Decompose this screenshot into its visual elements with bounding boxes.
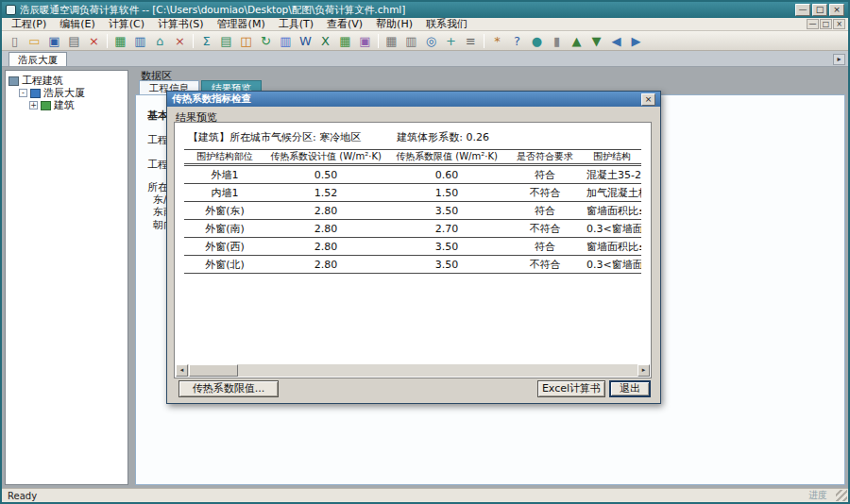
new-file-icon[interactable]: ▯ [5,32,25,50]
help-icon[interactable]: ? [507,32,527,50]
tab-scroll-right-icon[interactable]: ▸ [833,54,845,65]
project-tree-panel: 工程建筑-浩辰大厦+建筑 [5,70,128,485]
project-icon [8,76,19,86]
close-icon[interactable]: × [829,4,844,16]
refresh-icon[interactable]: ↻ [256,32,276,50]
table-cell: 符合 [507,240,583,254]
table-row[interactable]: 内墙11.521.50不符合加气混凝土板(00 [184,184,641,202]
excel-report-icon[interactable]: X [315,32,335,50]
columns-icon[interactable]: ▥ [401,32,421,50]
table-row[interactable]: 外墙10.500.60符合混凝土35-240-4 [184,166,641,184]
table-cell: 2.80 [265,205,386,217]
expand-toggle-icon[interactable]: - [19,89,27,97]
table-cell: 外墙1 [184,168,265,182]
grid-icon[interactable]: ▦ [382,32,401,50]
exit-button[interactable]: 退出 [609,380,651,397]
down-arrow-icon[interactable]: ▼ [586,32,606,50]
document-tab[interactable]: 浩辰大厦 [8,52,67,66]
calc-book-icon[interactable]: ▤ [216,32,236,50]
up-arrow-icon[interactable]: ▲ [567,32,586,50]
scrollbar-thumb[interactable] [189,364,238,377]
delete-icon[interactable]: × [84,32,104,50]
zoom-icon[interactable]: ◎ [421,32,441,50]
child-close-icon[interactable]: × [833,19,845,29]
table-cell: 不符合 [507,186,583,200]
table-cell: 1.50 [386,187,507,199]
project-manager-icon[interactable]: ▦ [110,32,130,50]
print-icon[interactable]: ▤ [64,32,84,50]
table-row[interactable]: 外窗(南)2.802.70不符合0.3<窗墙面积比 [184,220,641,238]
maximize-icon[interactable]: □ [812,4,827,16]
table-row[interactable]: 外窗(北)2.803.50不符合0.3<窗墙面积比 [184,256,641,274]
table-cell: 3.50 [386,259,507,271]
toolbar: ▯▭▣▤×▦▥⌂×Σ▤◫↻▥WX▦▣▦▥◎+≡*?●▮▲▼◀▶ [2,31,848,51]
table-cell: 窗墙面积比≤0.2 [583,204,641,218]
open-folder-icon[interactable]: ▭ [25,32,44,50]
save-icon[interactable]: ▣ [44,32,64,50]
col-header-2: 传热系数设计值 (W/m²·K) [265,150,386,163]
table-row[interactable]: 外窗(东)2.803.50符合窗墙面积比≤0.2 [184,202,641,220]
resize-grip-icon[interactable] [836,490,847,501]
scroll-left-icon[interactable]: ◂ [176,364,188,377]
menu-item-7[interactable]: 查看(V) [320,18,369,31]
table-cell: 2.80 [265,241,386,253]
dialog-close-icon[interactable]: × [641,93,655,106]
dialog-title-bar[interactable]: 传热系数指标检查 × [167,92,660,107]
col-header-3: 传热系数限值 (W/m²·K) [386,150,507,163]
table-cell: 0.50 [265,169,386,181]
table-cell: 1.52 [265,187,386,199]
project-tree: 工程建筑-浩辰大厦+建筑 [6,71,128,115]
tree-node-label: 建筑 [54,98,75,112]
menu-item-6[interactable]: 工具(T) [272,18,320,31]
table-icon[interactable]: ▦ [335,32,355,50]
right-arrow-icon[interactable]: ▶ [626,32,646,50]
col-header-5: 围护结构 [583,150,641,163]
dialog-title: 传热系数指标检查 [172,92,251,106]
toolbar-separator [484,34,484,48]
result-table: 围护结构部位传热系数设计值 (W/m²·K)传热系数限值 (W/m²·K)是否符… [184,149,641,274]
result-table-box: 【建筑】所在城市气候分区: 寒冷地区 建筑体形系数: 0.26 围护结构部位传热… [174,122,652,378]
expand-toggle-icon[interactable]: + [29,101,38,109]
menu-item-8[interactable]: 帮助(H) [369,18,419,31]
chart-icon[interactable]: ▥ [276,32,296,50]
child-restore-icon[interactable]: □ [820,19,832,29]
table-row[interactable]: 外窗(西)2.803.50符合窗墙面积比≤0.2 [184,238,641,256]
menu-item-9[interactable]: 联系我们 [419,18,474,31]
left-arrow-icon[interactable]: ◀ [606,32,626,50]
horizontal-scrollbar[interactable]: ◂ ▸ [176,364,650,377]
minimize-icon[interactable]: — [795,4,810,16]
child-minimize-icon[interactable]: — [807,19,819,29]
toolbar-separator [193,34,194,48]
delete-item-icon[interactable]: × [170,32,190,50]
menu-item-1[interactable]: 工程(P) [5,18,53,31]
table-cell: 外窗(南) [184,222,265,236]
block-icon [41,101,51,110]
table-cell: 不符合 [507,222,583,236]
toolbar-separator [378,34,379,48]
room-manager-icon[interactable]: ⌂ [150,32,170,50]
menu-item-3[interactable]: 计算(C) [102,18,151,31]
table-cell: 外窗(北) [184,258,265,272]
table-cell: 内墙1 [184,186,265,200]
tree-node-2[interactable]: +建筑 [8,99,125,111]
layers-icon[interactable]: ≡ [461,32,481,50]
table-cell: 外窗(西) [184,240,265,254]
limit-values-button[interactable]: 传热系数限值... [178,380,279,397]
pan-icon[interactable]: + [441,32,461,50]
image-icon[interactable]: ▣ [355,32,375,50]
toolbar-separator [107,34,108,48]
menu-item-5[interactable]: 管理器(M) [211,18,272,31]
menu-item-2[interactable]: 编辑(E) [53,18,102,31]
word-report-icon[interactable]: W [296,32,315,50]
table-header-row: 围护结构部位传热系数设计值 (W/m²·K)传热系数限值 (W/m²·K)是否符… [184,149,641,166]
menu-item-4[interactable]: 计算书(S) [151,18,211,31]
settings-icon[interactable]: * [487,32,507,50]
lock-icon[interactable]: ▮ [547,32,567,50]
globe-icon[interactable]: ● [527,32,547,50]
scroll-right-icon[interactable]: ▸ [638,364,650,377]
table-cell: 不符合 [507,258,583,272]
excel-report-button[interactable]: Excel计算书 [537,380,605,397]
heat-check-icon[interactable]: ◫ [236,32,256,50]
building-manager-icon[interactable]: ▥ [130,32,150,50]
load-calc-icon[interactable]: Σ [196,32,216,50]
